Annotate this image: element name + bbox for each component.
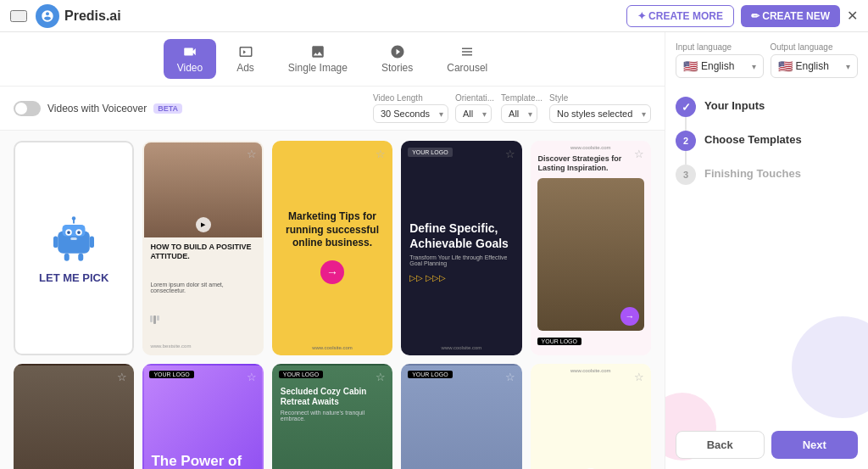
output-lang-arrow: ▾ [846,62,850,71]
step-1-circle: ✓ [676,97,696,117]
card-star[interactable]: ☆ [634,148,644,160]
logo: Predis.ai [36,4,121,28]
input-lang-select[interactable]: 🇺🇸 English ▾ [676,54,764,78]
filter-group: Video Length 30 Seconds Orientati... All [373,93,651,123]
blob-purple [792,316,868,418]
logo-text: Predis.ai [64,8,121,24]
template-landscape[interactable]: ☆ ▶ [14,364,134,469]
template-discover[interactable]: ☆ www.coolsite.com Discover Strategies f… [531,141,651,355]
output-lang-select[interactable]: 🇺🇸 English ▾ [771,54,859,78]
input-lang-label: Input language [676,42,764,52]
filter-style: Style No styles selected [549,93,651,123]
step-1: ✓ Your Inputs [676,90,858,124]
voiceover-switch[interactable] [14,101,41,116]
template-select[interactable]: All [501,104,537,123]
top-bar: Predis.ai ✦ CREATE MORE ✏ CREATE NEW ✕ [0,0,868,32]
hamburger-menu[interactable] [10,10,27,22]
input-lang-arrow: ▾ [752,62,756,71]
next-button[interactable]: Next [771,431,859,459]
template-marketing[interactable]: ☆ Marketing Tips for running successful … [272,141,392,355]
right-sidebar: Input language 🇺🇸 English ▾ Output langu… [665,32,868,469]
svg-rect-11 [64,254,70,261]
step-3: 3 Finishing Touches [676,158,858,192]
output-lang-group: Output language 🇺🇸 English ▾ [771,42,859,78]
step-3-label: Finishing Touches [704,165,801,180]
steps: ✓ Your Inputs 2 Choose Templates 3 Finis… [676,90,858,192]
video-length-select[interactable]: 30 Seconds [373,104,448,123]
template-define[interactable]: ☆ YOUR LOGO Define Specific, Achievable … [401,141,521,355]
left-panel: Video Ads Single Image Stories Carousel [0,32,665,469]
svg-rect-9 [53,237,58,248]
template-yellow-circle[interactable]: ☆ www.coolsite.com ▶ [531,364,651,469]
sidebar-actions: Back Next [676,431,858,459]
tab-video[interactable]: Video [164,39,216,79]
svg-rect-12 [78,254,83,261]
filter-template: Template... All [501,93,542,123]
template-grid-scroll: LET ME PICK ☆ ▶ HOW TO BUILD A POSITIVE … [0,131,665,469]
output-lang-label: Output language [771,42,859,52]
step-2: 2 Choose Templates [676,124,858,158]
orientation-select[interactable]: All [455,104,492,123]
template-secluded[interactable]: ☆ YOUR LOGO Secluded Cozy Cabin Retreat … [272,364,392,469]
step-2-circle: 2 [676,131,696,151]
toggle-knob [15,103,27,114]
tab-bar: Video Ads Single Image Stories Carousel [0,32,665,87]
template-attitude[interactable]: ☆ ▶ HOW TO BUILD A POSITIVE ATTITUDE. Lo… [142,141,263,355]
svg-point-5 [77,231,81,234]
card-star[interactable]: ☆ [505,371,515,383]
step-1-label: Your Inputs [704,97,765,112]
card-star[interactable]: ☆ [376,371,386,383]
tab-ads[interactable]: Ads [223,39,268,79]
top-actions: ✦ CREATE MORE ✏ CREATE NEW [626,5,840,27]
card-star[interactable]: ☆ [247,371,257,383]
voiceover-label: Videos with Voiceover [47,103,147,114]
input-flag: 🇺🇸 [683,59,698,73]
svg-rect-10 [90,237,94,248]
template-positive[interactable]: ☆ YOUR LOGO The Power of Positive Thinki… [142,364,263,469]
card-star[interactable]: ☆ [376,148,386,160]
tab-carousel[interactable]: Carousel [433,39,501,79]
create-more-button[interactable]: ✦ CREATE MORE [626,5,734,27]
card-star[interactable]: ☆ [117,371,127,383]
back-button[interactable]: Back [676,431,765,459]
step-3-circle: 3 [676,165,696,185]
voiceover-toggle[interactable]: Videos with Voiceover BETA [14,101,182,116]
template-couple[interactable]: ☆ YOUR LOGO ▶ [401,364,521,469]
close-button[interactable]: ✕ [847,8,858,24]
main-content: Video Ads Single Image Stories Carousel [0,32,868,469]
filter-orientation: Orientati... All [455,93,494,123]
output-lang-text: English [796,60,843,72]
card-star[interactable]: ☆ [634,371,644,383]
output-flag: 🇺🇸 [778,59,793,73]
style-select[interactable]: No styles selected [549,104,651,123]
svg-rect-1 [63,225,86,237]
tab-stories[interactable]: Stories [368,39,426,79]
robot-icon [48,212,99,263]
input-lang-group: Input language 🇺🇸 English ▾ [676,42,764,78]
tab-single-image[interactable]: Single Image [275,39,361,79]
step-2-label: Choose Templates [704,131,802,146]
template-let-me-pick[interactable]: LET ME PICK [14,141,134,355]
svg-rect-6 [70,237,77,240]
card-star[interactable]: ☆ [247,148,257,160]
template-grid: LET ME PICK ☆ ▶ HOW TO BUILD A POSITIVE … [0,131,665,469]
logo-icon [36,4,59,28]
let-me-pick-label: LET ME PICK [39,271,108,284]
card-star[interactable]: ☆ [505,148,515,160]
filters-bar: Videos with Voiceover BETA Video Length … [0,87,665,131]
input-lang-text: English [701,60,748,72]
create-new-button[interactable]: ✏ CREATE NEW [741,5,840,27]
language-row: Input language 🇺🇸 English ▾ Output langu… [676,42,858,78]
filter-video-length: Video Length 30 Seconds [373,93,448,123]
beta-badge: BETA [153,103,182,114]
svg-point-8 [72,216,76,221]
svg-point-4 [67,231,70,234]
